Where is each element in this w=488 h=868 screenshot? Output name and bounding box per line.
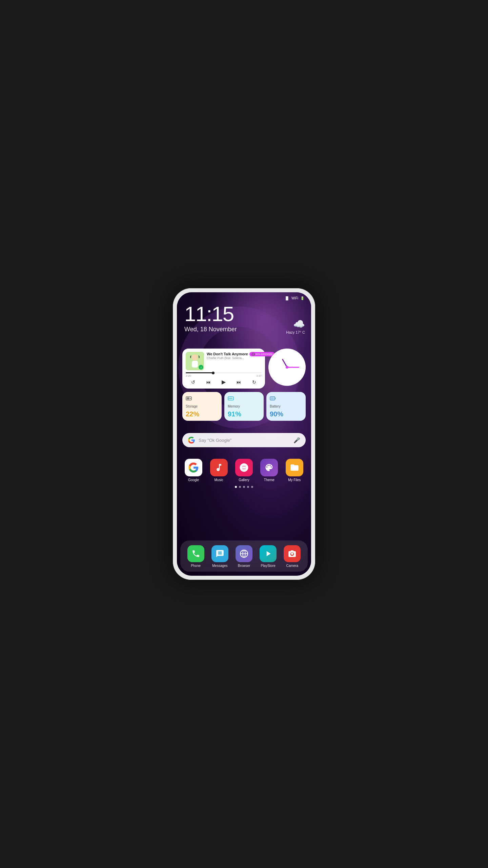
system-widgets: Storage 22% Memory 91% Battery 90% — [177, 389, 311, 421]
app-myfiles[interactable]: My Files — [286, 459, 303, 482]
next-button[interactable]: ⏭ — [237, 379, 241, 385]
memory-icon — [228, 395, 260, 403]
svg-rect-4 — [187, 397, 189, 399]
analog-clock-widget — [268, 349, 306, 386]
progress-area: 2:20 3:37 — [186, 372, 262, 377]
page-dot-4[interactable] — [247, 486, 249, 488]
weather-icon: ☁️ — [286, 318, 305, 330]
minute-hand — [287, 367, 299, 368]
theme-label: Theme — [264, 478, 274, 482]
page-dot-2[interactable] — [239, 486, 241, 488]
theme-icon-svg — [264, 463, 274, 472]
music-widget[interactable]: We Don't Talk Anymore Charlie Puth (feat… — [182, 349, 265, 389]
music-label: Music — [215, 478, 223, 482]
files-label: My Files — [288, 478, 301, 482]
playstore-icon-svg — [264, 549, 272, 558]
browser-icon-svg — [240, 549, 248, 558]
storage-value: 22% — [186, 410, 218, 418]
weather-text: Hazy 17° C — [286, 330, 305, 334]
phone-icon-bg — [187, 545, 204, 562]
files-icon-bg — [286, 459, 303, 476]
widgets-row: We Don't Talk Anymore Charlie Puth (feat… — [177, 343, 311, 389]
dock-browser[interactable]: Browser — [236, 545, 252, 568]
music-icon-svg — [214, 463, 224, 472]
app-gallery[interactable]: Gallery — [235, 459, 253, 482]
memory-label: Memory — [228, 405, 260, 408]
screen-content: ▐▌WiFi🔋 11:15 Wed, 18 November ☁️ Hazy 1… — [177, 292, 311, 576]
mic-icon[interactable]: 🎤 — [293, 437, 300, 443]
playstore-icon-bg — [260, 545, 277, 562]
dock-camera[interactable]: Camera — [284, 545, 301, 568]
clock-date: Wed, 18 November — [184, 326, 304, 333]
app-google[interactable]: Google — [185, 459, 202, 482]
album-art — [186, 352, 204, 370]
music-controls: ↺ ⏮ ▶ ⏭ ↻ — [186, 379, 262, 385]
svg-rect-7 — [229, 398, 229, 399]
google-g-logo — [188, 436, 195, 444]
dock-messages[interactable]: Messages — [211, 545, 228, 568]
music-icon-bg — [210, 459, 228, 476]
theme-icon-bg — [260, 459, 278, 476]
phone-dock-label: Phone — [191, 564, 201, 568]
gallery-label: Gallery — [239, 478, 249, 482]
music-top: We Don't Talk Anymore Charlie Puth (feat… — [186, 352, 262, 370]
music-title: We Don't Talk Anymore — [207, 352, 248, 356]
current-time: 2:20 — [186, 374, 191, 377]
files-icon-svg — [290, 463, 299, 472]
messages-dock-label: Messages — [212, 564, 228, 568]
svg-point-5 — [190, 398, 191, 399]
camera-dock-label: Camera — [286, 564, 299, 568]
google-icon-bg — [185, 459, 202, 476]
battery-value: 90% — [270, 410, 302, 418]
page-dot-3[interactable] — [243, 486, 245, 488]
weather-widget: ☁️ Hazy 17° C — [286, 318, 305, 334]
gallery-icon-bg — [235, 459, 253, 476]
prev-button[interactable]: ⏮ — [206, 379, 211, 385]
memory-value: 91% — [228, 410, 260, 418]
browser-dock-label: Browser — [238, 564, 250, 568]
dock-phone[interactable]: Phone — [187, 545, 204, 568]
battery-widget[interactable]: Battery 90% — [266, 392, 306, 421]
clock-center — [286, 366, 288, 369]
replay-button[interactable]: ↺ — [191, 379, 195, 385]
spotify-badge — [199, 365, 203, 370]
svg-point-1 — [192, 354, 198, 360]
phone-frame: ▐▌WiFi🔋 11:15 Wed, 18 November ☁️ Hazy 1… — [173, 288, 315, 580]
google-icon-svg — [188, 462, 199, 473]
phone-screen: ▐▌WiFi🔋 11:15 Wed, 18 November ☁️ Hazy 1… — [177, 292, 311, 576]
storage-label: Storage — [186, 405, 218, 408]
storage-widget[interactable]: Storage 22% — [182, 392, 222, 421]
headphone-icon: 🎧 — [251, 353, 255, 356]
status-bar: ▐▌WiFi🔋 — [177, 292, 311, 300]
memory-widget[interactable]: Memory 91% — [224, 392, 264, 421]
music-info: We Don't Talk Anymore Charlie Puth (feat… — [207, 352, 262, 360]
playstore-dock-label: PlayStore — [261, 564, 275, 568]
page-dots — [177, 482, 311, 491]
progress-bar-bg[interactable] — [186, 372, 262, 373]
svg-point-17 — [241, 467, 242, 468]
svg-rect-2 — [192, 361, 198, 368]
camera-icon-bg — [284, 545, 301, 562]
phone-icon-svg — [191, 549, 200, 558]
page-dot-1[interactable] — [235, 486, 237, 488]
svg-rect-11 — [275, 398, 276, 399]
battery-icon — [270, 395, 302, 403]
dock-playstore[interactable]: PlayStore — [260, 545, 277, 568]
music-artist: Charlie Puth (feat. Selena... — [207, 356, 248, 360]
browser-icon-bg — [236, 545, 252, 562]
messages-icon-bg — [211, 545, 228, 562]
gallery-icon-svg — [239, 462, 249, 473]
svg-point-14 — [243, 466, 245, 469]
page-dot-5[interactable] — [251, 486, 253, 488]
app-music[interactable]: Music — [210, 459, 228, 482]
app-theme[interactable]: Theme — [260, 459, 278, 482]
search-bar[interactable]: Say "Ok Google" 🎤 — [182, 433, 306, 447]
messages-icon-svg — [216, 549, 224, 558]
search-bar-container: Say "Ok Google" 🎤 — [177, 428, 311, 447]
battery-label: Battery — [270, 405, 302, 408]
forward-button[interactable]: ↻ — [252, 379, 256, 385]
google-label: Google — [188, 478, 199, 482]
progress-times: 2:20 3:37 — [186, 374, 262, 377]
play-button[interactable]: ▶ — [222, 379, 226, 385]
svg-point-18 — [246, 467, 247, 468]
